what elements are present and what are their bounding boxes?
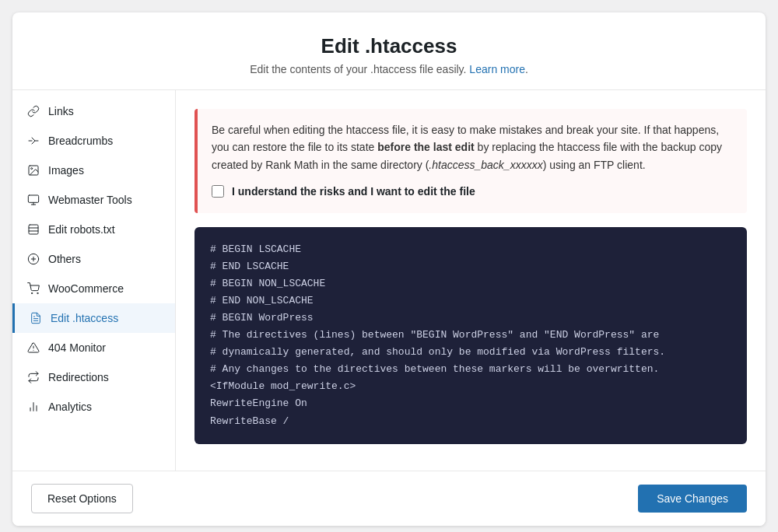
- breadcrumbs-icon: [26, 134, 40, 148]
- sidebar-item-label: 404 Monitor: [48, 341, 106, 354]
- code-line: RewriteEngine On: [210, 395, 731, 412]
- save-changes-button[interactable]: Save Changes: [638, 485, 747, 513]
- cart-icon: [26, 282, 40, 296]
- sidebar: Links Breadcrumbs Images Webmaster Tools: [12, 90, 176, 471]
- link-icon: [26, 104, 40, 118]
- svg-rect-4: [28, 195, 38, 202]
- code-line: # BEGIN NON_LSCACHE: [210, 275, 731, 292]
- sidebar-item-redirections[interactable]: Redirections: [12, 362, 175, 392]
- learn-more-link[interactable]: Learn more: [469, 63, 525, 75]
- body-area: Links Breadcrumbs Images Webmaster Tools: [12, 90, 766, 471]
- svg-rect-7: [29, 225, 38, 234]
- code-editor[interactable]: # BEGIN LSCACHE # END LSCACHE # BEGIN NO…: [194, 227, 747, 444]
- sidebar-item-label: Redirections: [48, 371, 109, 383]
- risk-checkbox[interactable]: [212, 185, 224, 198]
- sidebar-item-images[interactable]: Images: [12, 156, 175, 185]
- sidebar-item-breadcrumbs[interactable]: Breadcrumbs: [12, 126, 175, 156]
- code-line: # END NON_LSCACHE: [210, 292, 731, 310]
- sidebar-item-label: Edit .htaccess: [51, 312, 118, 324]
- svg-point-13: [31, 292, 32, 293]
- code-line: # END LSCACHE: [210, 258, 731, 275]
- code-line: # BEGIN LSCACHE: [210, 241, 731, 258]
- sidebar-item-woocommerce[interactable]: WooCommerce: [12, 274, 175, 303]
- page-title: Edit .htaccess: [28, 34, 750, 58]
- header-description: Edit the contents of your .htaccess file…: [28, 63, 750, 75]
- warning-icon: [26, 341, 40, 355]
- code-line: # BEGIN WordPress: [210, 310, 731, 327]
- page-header: Edit .htaccess Edit the contents of your…: [12, 12, 766, 90]
- robots-icon: [26, 222, 40, 236]
- warning-box: Be careful when editing the htaccess fil…: [194, 109, 747, 213]
- redirections-icon: [26, 370, 40, 384]
- code-line: # Any changes to the directives between …: [210, 361, 731, 378]
- reset-options-button[interactable]: Reset Options: [31, 484, 133, 513]
- sidebar-item-label: Breadcrumbs: [48, 135, 113, 147]
- warning-text: Be careful when editing the htaccess fil…: [212, 121, 733, 173]
- svg-point-14: [37, 292, 38, 293]
- sidebar-item-label: Webmaster Tools: [48, 194, 132, 206]
- others-icon: [26, 252, 40, 266]
- svg-point-3: [31, 168, 33, 170]
- sidebar-item-edit-htaccess[interactable]: Edit .htaccess: [12, 303, 175, 333]
- sidebar-item-webmaster-tools[interactable]: Webmaster Tools: [12, 185, 175, 215]
- webmaster-icon: [26, 193, 40, 207]
- code-line: <IfModule mod_rewrite.c>: [210, 378, 731, 395]
- sidebar-item-label: Others: [48, 253, 81, 265]
- sidebar-item-edit-robots[interactable]: Edit robots.txt: [12, 215, 175, 244]
- sidebar-item-others[interactable]: Others: [12, 244, 175, 274]
- sidebar-item-label: Links: [48, 105, 74, 117]
- sidebar-item-404-monitor[interactable]: 404 Monitor: [12, 333, 175, 362]
- sidebar-item-label: Analytics: [48, 401, 92, 413]
- footer: Reset Options Save Changes: [12, 471, 766, 526]
- risk-checkbox-row[interactable]: I understand the risks and I want to edi…: [212, 183, 733, 200]
- sidebar-item-label: WooCommerce: [48, 282, 124, 295]
- analytics-icon: [26, 400, 40, 414]
- main-container: Edit .htaccess Edit the contents of your…: [12, 12, 766, 526]
- sidebar-item-label: Edit robots.txt: [48, 223, 115, 236]
- file-icon: [29, 311, 43, 325]
- images-icon: [26, 163, 40, 177]
- sidebar-item-analytics[interactable]: Analytics: [12, 392, 175, 422]
- sidebar-item-links[interactable]: Links: [12, 96, 175, 126]
- main-content: Be careful when editing the htaccess fil…: [176, 90, 766, 471]
- code-line: RewriteBase /: [210, 413, 731, 430]
- sidebar-item-label: Images: [48, 164, 84, 177]
- code-line: # The directives (lines) between "BEGIN …: [210, 327, 731, 344]
- risk-checkbox-label[interactable]: I understand the risks and I want to edi…: [232, 183, 475, 200]
- code-line: # dynamically generated, and should only…: [210, 344, 731, 361]
